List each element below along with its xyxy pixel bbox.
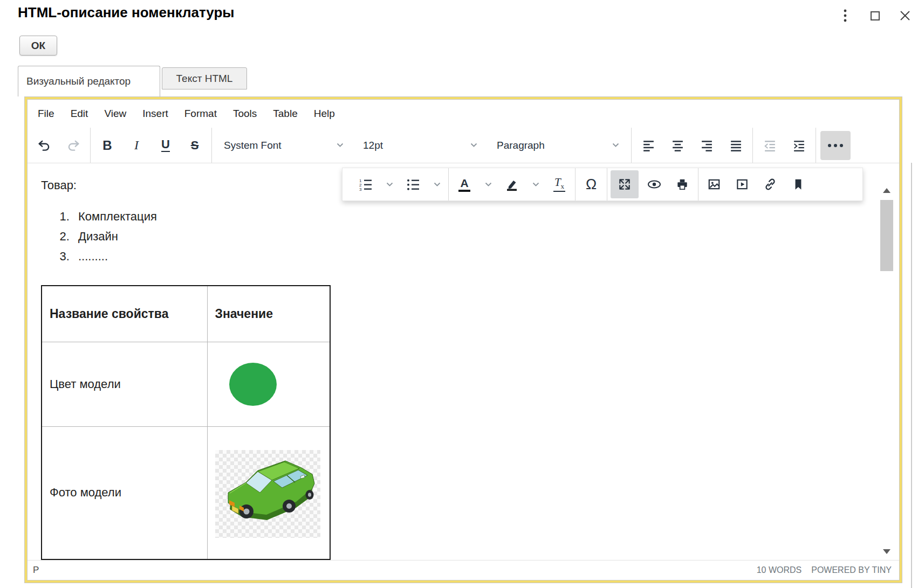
- window-title: HTML-описание номенклатуры: [18, 4, 235, 21]
- align-right-icon: [700, 139, 714, 152]
- highlight-color-dropdown[interactable]: [527, 172, 544, 197]
- list-item[interactable]: Комплектация: [73, 206, 157, 226]
- menu-format[interactable]: Format: [176, 103, 225, 124]
- strikethrough-button[interactable]: S: [182, 133, 207, 158]
- color-swatch-green[interactable]: [229, 363, 277, 406]
- outdent-button[interactable]: [757, 133, 782, 158]
- block-format-select[interactable]: Paragraph: [489, 133, 627, 158]
- menu-file[interactable]: File: [30, 103, 63, 124]
- highlighter-icon: [505, 177, 519, 191]
- preview-button[interactable]: [642, 172, 667, 197]
- car-photo-image[interactable]: [215, 450, 320, 538]
- chevron-down-icon: [532, 182, 539, 187]
- anchor-bookmark-button[interactable]: [786, 172, 811, 197]
- doc-paragraph[interactable]: Товар:: [41, 178, 77, 192]
- statusbar-right: 10 WORDS POWERED BY TINY: [757, 565, 892, 575]
- scroll-down-icon: [883, 549, 890, 554]
- toolbar-separator: [698, 168, 698, 200]
- menu-insert[interactable]: Insert: [134, 103, 176, 124]
- table-header-value[interactable]: Значение: [207, 286, 330, 342]
- redo-button[interactable]: [61, 133, 86, 158]
- text-color-button[interactable]: A: [452, 172, 477, 197]
- align-left-button[interactable]: [636, 133, 661, 158]
- toolbar-more-button[interactable]: [820, 131, 851, 160]
- menu-view[interactable]: View: [96, 103, 134, 124]
- bold-icon: B: [102, 138, 112, 153]
- chevron-down-icon: [434, 182, 441, 187]
- scrollbar-thumb[interactable]: [880, 200, 893, 271]
- tinymce-editor: File Edit View Insert Format Tools Table…: [27, 99, 900, 580]
- clear-formatting-button[interactable]: Tx: [547, 172, 572, 197]
- print-button[interactable]: [670, 172, 695, 197]
- menu-edit[interactable]: Edit: [63, 103, 97, 124]
- insert-image-button[interactable]: [702, 172, 727, 197]
- menu-tools[interactable]: Tools: [225, 103, 265, 124]
- font-size-select[interactable]: 12pt: [355, 133, 485, 158]
- scroll-up-button[interactable]: [879, 184, 895, 197]
- italic-button[interactable]: I: [124, 133, 149, 158]
- numbered-list-button[interactable]: 1 2 3: [353, 172, 378, 197]
- tab-html-text[interactable]: Текст HTML: [162, 67, 247, 89]
- menu-table[interactable]: Table: [265, 103, 305, 124]
- align-right-button[interactable]: [694, 133, 719, 158]
- indent-icon: [792, 139, 806, 152]
- property-name-cell[interactable]: Цвет модели: [42, 342, 207, 426]
- tab-visual-editor[interactable]: Визуальный редактор: [18, 66, 160, 96]
- bold-button[interactable]: B: [95, 133, 120, 158]
- element-path[interactable]: P: [33, 565, 39, 576]
- outdent-icon: [763, 139, 777, 152]
- insert-media-button[interactable]: [730, 172, 755, 197]
- scroll-down-button[interactable]: [879, 545, 895, 558]
- image-icon: [707, 177, 721, 191]
- word-count: 10 WORDS: [757, 565, 802, 575]
- window-maximize-button[interactable]: [866, 8, 885, 24]
- clear-formatting-icon: Tx: [553, 177, 565, 191]
- font-family-value: System Font: [224, 140, 282, 151]
- menu-help[interactable]: Help: [306, 103, 343, 124]
- fullscreen-button[interactable]: [611, 170, 639, 198]
- editor-highlight-frame: File Edit View Insert Format Tools Table…: [24, 96, 902, 583]
- properties-table: Название свойства Значение Цвет модели Ф…: [41, 285, 331, 560]
- editor-toolbar: B I U S System Font 12pt Paragraph: [28, 128, 899, 163]
- form-scroll-track: [911, 163, 912, 588]
- align-left-icon: [642, 139, 655, 152]
- ok-button[interactable]: ОК: [19, 36, 57, 56]
- scroll-up-icon: [883, 188, 890, 193]
- insert-link-button[interactable]: [758, 172, 783, 197]
- undo-icon: [37, 139, 51, 153]
- toolbar-separator: [752, 128, 753, 163]
- special-character-button[interactable]: Ω: [579, 172, 604, 197]
- property-value-cell[interactable]: [207, 426, 330, 559]
- indent-button[interactable]: [786, 133, 811, 158]
- list-item[interactable]: Дизайн: [73, 226, 157, 246]
- window-menu-button[interactable]: [836, 8, 854, 24]
- kebab-menu-icon: [843, 9, 847, 23]
- content-scrollbar[interactable]: [879, 170, 895, 560]
- chevron-down-icon: [386, 182, 393, 187]
- align-center-button[interactable]: [665, 133, 690, 158]
- numbered-list-dropdown[interactable]: [381, 172, 398, 197]
- bullet-list-dropdown[interactable]: [429, 172, 445, 197]
- list-item[interactable]: .........: [73, 246, 157, 266]
- window-close-button[interactable]: [896, 8, 914, 24]
- omega-icon: Ω: [586, 177, 597, 192]
- chevron-down-icon: [612, 143, 619, 148]
- eye-icon: [647, 177, 662, 191]
- font-family-select[interactable]: System Font: [216, 133, 351, 158]
- text-color-dropdown[interactable]: [480, 172, 496, 197]
- bullet-list-button[interactable]: [401, 172, 426, 197]
- property-value-cell[interactable]: [207, 342, 330, 426]
- undo-button[interactable]: [32, 133, 57, 158]
- editor-content[interactable]: Товар: Комплектация Дизайн ......... Наз…: [28, 163, 878, 560]
- property-name-cell[interactable]: Фото модели: [42, 426, 207, 559]
- close-icon: [899, 10, 911, 22]
- highlight-color-button[interactable]: [499, 172, 524, 197]
- table-header-property[interactable]: Название свойства: [42, 286, 207, 342]
- table-row: Цвет модели: [42, 342, 330, 426]
- tiny-branding[interactable]: POWERED BY TINY: [811, 565, 892, 575]
- underline-button[interactable]: U: [153, 133, 178, 158]
- media-icon: [735, 177, 749, 191]
- toolbar-separator: [448, 168, 449, 200]
- align-justify-button[interactable]: [723, 133, 748, 158]
- table-header-row: Название свойства Значение: [42, 286, 330, 342]
